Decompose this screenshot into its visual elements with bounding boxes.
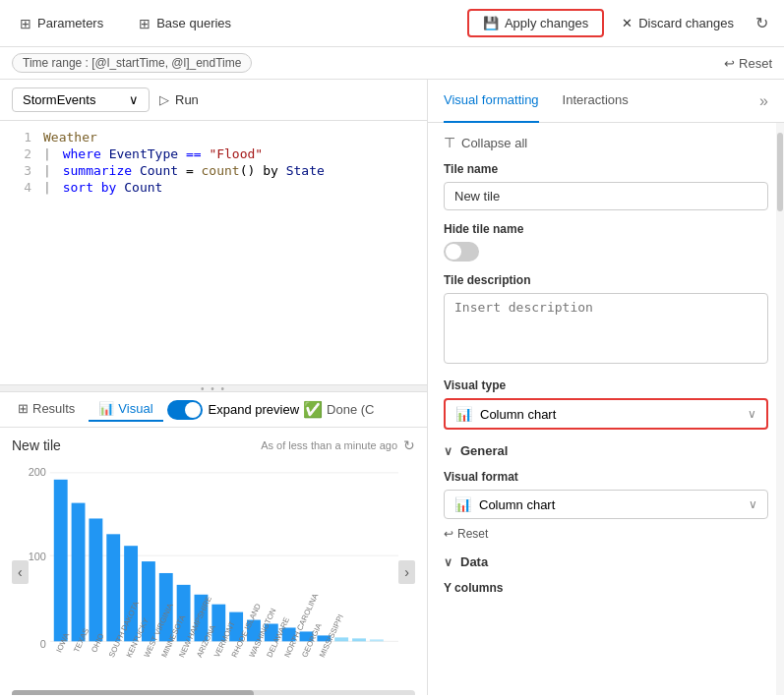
reset-label: Reset — [739, 56, 772, 71]
apply-changes-button[interactable]: 💾 Apply changes — [467, 9, 604, 37]
code-line-1: 1 Weather — [0, 129, 427, 145]
expand-preview-label: Expand preview — [209, 402, 300, 417]
tile-description-input[interactable] — [444, 293, 768, 364]
svg-rect-23 — [352, 638, 366, 641]
run-label: Run — [175, 92, 199, 107]
visual-format-reset-button[interactable]: ↩ Reset — [444, 527, 488, 541]
visual-format-value: Column chart — [479, 497, 555, 512]
right-content: ⊤ Collapse all Tile name Hide tile name … — [428, 123, 784, 695]
parameters-nav[interactable]: ⊞ Parameters — [12, 12, 111, 35]
main-layout: StormEvents ∨ ▷ Run 1 Weather 2 | where … — [0, 80, 784, 695]
chart-header: New tile As of less than a minute ago ↻ — [12, 437, 415, 453]
visual-icon: 📊 — [98, 401, 114, 416]
refresh-button[interactable]: ↻ — [752, 10, 772, 36]
chart-refresh-button[interactable]: ↻ — [403, 437, 415, 453]
reset-small-label: Reset — [457, 527, 488, 541]
resize-handle[interactable]: • • • — [0, 384, 427, 392]
svg-rect-24 — [370, 639, 384, 641]
visual-type-value: Column chart — [480, 407, 556, 422]
general-label: General — [460, 443, 508, 458]
visual-format-label: Visual format — [444, 470, 768, 484]
right-scrollbar[interactable] — [776, 123, 784, 695]
tab-interactions[interactable]: Interactions — [563, 80, 629, 123]
right-tabs: Visual formatting Interactions » — [428, 80, 784, 123]
mini-toggle-knob — [446, 244, 461, 260]
chart-scroll-right-button[interactable]: › — [398, 560, 415, 584]
discard-changes-button[interactable]: ✕ Discard changes — [612, 11, 744, 35]
tile-name-input[interactable] — [444, 182, 768, 210]
data-chevron-icon: ∨ — [444, 555, 452, 569]
column-chart-type-icon: 📊 — [455, 406, 472, 422]
parameters-icon: ⊞ — [20, 16, 31, 31]
top-bar-left: ⊞ Parameters ⊞ Base queries — [12, 12, 448, 35]
reset-icon: ↩ — [724, 56, 735, 71]
apply-icon: 💾 — [483, 16, 499, 30]
bottom-tabs: ⊞ Results 📊 Visual Expand preview ✅ Done… — [0, 392, 427, 428]
code-line-2: 2 | where EventType == "Flood" — [0, 145, 427, 162]
code-editor[interactable]: 1 Weather 2 | where EventType == "Flood"… — [0, 121, 427, 384]
code-line-3: 3 | summarize Count = count() by State — [0, 162, 427, 179]
time-bar: Time range : [@l_startTime, @l]_endTime … — [0, 47, 784, 80]
apply-changes-label: Apply changes — [505, 16, 588, 30]
hide-tile-name-toggle[interactable] — [444, 242, 479, 262]
base-queries-nav[interactable]: ⊞ Base queries — [131, 12, 239, 35]
svg-rect-9 — [106, 534, 120, 641]
data-section-header[interactable]: ∨ Data — [444, 554, 768, 569]
discard-changes-label: Discard changes — [638, 16, 734, 30]
parameters-label: Parameters — [37, 16, 103, 30]
y-columns-label: Y columns — [444, 581, 768, 595]
svg-text:100: 100 — [29, 551, 46, 562]
chart-scroll-left-button[interactable]: ‹ — [12, 560, 29, 584]
svg-text:0: 0 — [39, 638, 45, 650]
visual-label: Visual — [118, 401, 152, 416]
right-panel: Visual formatting Interactions » ⊤ Colla… — [428, 80, 784, 695]
visual-format-dropdown[interactable]: 📊 Column chart ∨ — [444, 490, 768, 519]
visual-formatting-label: Visual formatting — [444, 92, 539, 107]
results-icon: ⊞ — [18, 401, 29, 416]
tab-visual-formatting[interactable]: Visual formatting — [444, 80, 539, 123]
done-badge: ✅ Done (C — [303, 400, 374, 419]
general-chevron-icon: ∨ — [444, 444, 452, 458]
tab-visual[interactable]: 📊 Visual — [89, 397, 162, 422]
svg-rect-6 — [53, 480, 67, 642]
time-range-badge[interactable]: Time range : [@l_startTime, @l]_endTime — [12, 53, 252, 73]
code-line-4: 4 | sort by Count — [0, 179, 427, 196]
top-bar: ⊞ Parameters ⊞ Base queries 💾 Apply chan… — [0, 0, 784, 47]
reset-time-button[interactable]: ↩ Reset — [724, 56, 772, 71]
database-selector[interactable]: StormEvents ∨ — [12, 87, 150, 112]
expand-preview-toggle[interactable]: Expand preview — [167, 400, 300, 420]
visual-format-chevron-icon: ∨ — [749, 497, 757, 511]
svg-rect-7 — [71, 503, 85, 642]
run-icon: ▷ — [159, 92, 169, 107]
expand-toggle-switch[interactable] — [167, 400, 203, 420]
visual-type-chevron-icon: ∨ — [748, 407, 756, 421]
collapse-icon: ⊤ — [444, 135, 455, 150]
hide-tile-name-toggle-row — [444, 242, 768, 262]
chart-hscrollbar[interactable] — [12, 690, 415, 695]
run-button[interactable]: ▷ Run — [159, 92, 199, 107]
base-queries-label: Base queries — [156, 16, 231, 30]
db-name: StormEvents — [23, 92, 95, 107]
visual-type-label: Visual type — [444, 378, 768, 392]
left-panel: StormEvents ∨ ▷ Run 1 Weather 2 | where … — [0, 80, 428, 695]
chart-hscrollbar-thumb — [12, 690, 254, 695]
column-chart: 200 100 0 — [29, 457, 399, 683]
done-label: Done (C — [327, 402, 374, 417]
visual-type-dropdown[interactable]: 📊 Column chart ∨ — [444, 398, 768, 430]
general-section-header[interactable]: ∨ General — [444, 443, 768, 458]
expand-icon[interactable]: » — [759, 92, 768, 110]
svg-rect-22 — [334, 637, 348, 641]
collapse-all-button[interactable]: ⊤ Collapse all — [444, 135, 527, 150]
tab-results[interactable]: ⊞ Results — [8, 397, 85, 422]
svg-rect-8 — [89, 518, 102, 641]
results-label: Results — [32, 401, 75, 416]
done-icon: ✅ — [303, 400, 323, 419]
chart-title: New tile — [12, 437, 61, 453]
svg-text:200: 200 — [29, 466, 46, 478]
reset-small-icon: ↩ — [444, 527, 453, 541]
tile-name-label: Tile name — [444, 162, 768, 176]
visual-format-icon: 📊 — [454, 496, 471, 512]
hide-tile-name-label: Hide tile name — [444, 222, 768, 236]
chart-timestamp: As of less than a minute ago — [261, 439, 397, 451]
toggle-knob — [185, 402, 201, 418]
